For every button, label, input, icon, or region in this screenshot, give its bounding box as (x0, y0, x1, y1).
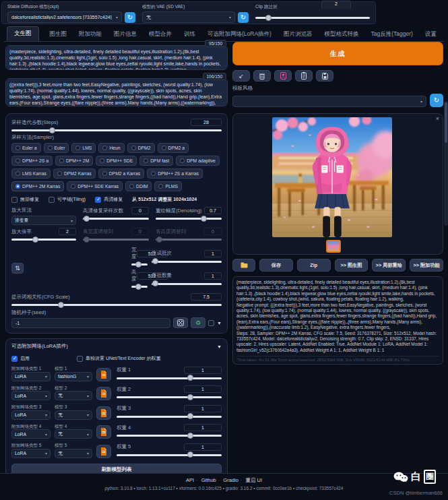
save-button[interactable]: 保存 (259, 259, 293, 272)
clear-prompt-button[interactable] (253, 70, 271, 82)
negative-prompt-input[interactable]: (((extra feet))),3 feet,more than two fe… (5, 78, 228, 106)
sampler-ddim[interactable]: DDIM (125, 181, 152, 191)
sampler-dpmpp-sde[interactable]: DPM++ SDE (96, 156, 137, 166)
vae-dropdown[interactable]: 无 ▾ (142, 11, 235, 23)
apply-style-button[interactable] (295, 70, 313, 82)
tiling-checkbox[interactable]: 可平铺(Tiling) (49, 196, 86, 203)
lora-enable-checkbox[interactable]: 启用 (11, 355, 30, 362)
swap-dimensions-button[interactable]: ⇅ (11, 263, 24, 274)
lora-weight-value[interactable]: 1 (184, 443, 222, 451)
sampler-lms[interactable]: LMS (71, 143, 96, 153)
seed-extra-checkbox[interactable] (208, 320, 214, 326)
cfg-scale-value[interactable]: 7.5 (191, 293, 222, 301)
reuse-seed-button[interactable]: ♻ (191, 317, 205, 328)
lora-model-dropdown[interactable]: fashionG▾ (55, 372, 92, 381)
api-link[interactable]: API (186, 477, 194, 483)
sampler-dpm2-a[interactable]: DPM2 a (158, 143, 189, 153)
generate-button[interactable]: 生成 (232, 42, 443, 65)
batch-count-slider[interactable] (152, 261, 222, 263)
open-folder-button[interactable] (232, 259, 255, 272)
height-slider[interactable] (131, 286, 148, 288)
lora-model-dropdown[interactable]: 无▾ (55, 410, 92, 420)
sampler-dpmpp-2s-a-karras[interactable]: DPM++ 2S a Karras (147, 168, 203, 179)
model-dropdown[interactable]: dalceforealistictallyv2.safetensors [733… (7, 11, 122, 23)
hires-steps-slider[interactable] (83, 218, 149, 220)
batch-count-value[interactable]: 1 (204, 250, 222, 257)
tab-tagger[interactable]: Tag反推(Tagger) (369, 28, 414, 41)
lora-type-dropdown[interactable]: LoRA▾ (11, 449, 51, 458)
send-to-extras-button[interactable]: >> 附加功能 (410, 259, 443, 272)
denoising-slider[interactable] (156, 218, 222, 220)
github-link[interactable]: Github (201, 477, 216, 483)
lora-weight-slider[interactable] (117, 377, 222, 379)
gradio-link[interactable]: Gradio (223, 477, 238, 483)
sampler-plms[interactable]: PLMS (154, 181, 182, 191)
lora-type-dropdown[interactable]: LoRA▾ (11, 391, 51, 400)
model-refresh-button[interactable]: ↻ (125, 12, 135, 23)
steps-slider[interactable] (11, 129, 222, 131)
gallery-thumbnail[interactable] (326, 240, 341, 253)
styles-dropdown[interactable]: ▾ (232, 96, 426, 107)
sampler-dpmpp-sde-karras[interactable]: DPM++ SDE Karras (67, 181, 123, 191)
generated-image[interactable] (272, 117, 392, 237)
hires-fix-checkbox[interactable]: 高清修复 (95, 196, 123, 203)
lora-weight-slider[interactable] (117, 454, 222, 456)
batch-size-value[interactable]: 1 (204, 272, 222, 280)
sampler-euler-a[interactable]: Euler a (11, 143, 41, 153)
lora-weight-value[interactable]: 1 (184, 424, 222, 431)
seed-collapse-caret-icon[interactable]: ▼ (217, 321, 222, 325)
sampler-dpmpp-2s-a[interactable]: DPM++ 2S a (11, 156, 53, 166)
lora-separate-weights-checkbox[interactable]: 单独设置 UNet/Text Encoder 的权重 (77, 355, 161, 362)
lora-model-file-button[interactable] (96, 368, 111, 381)
sampler-dpm2-a-karras[interactable]: DPM2 a Karras (98, 168, 144, 179)
tab-model-convert[interactable]: 模型格式转换 (323, 28, 360, 41)
lora-model-file-button[interactable] (96, 445, 111, 458)
close-icon[interactable]: × (436, 115, 439, 122)
lora-weight-slider[interactable] (117, 416, 222, 418)
batch-size-slider[interactable] (152, 283, 222, 285)
hires-steps-value[interactable]: 0 (131, 207, 149, 214)
restore-faces-checkbox[interactable]: 面部修复 (11, 196, 39, 203)
lora-model-file-button[interactable] (96, 387, 111, 400)
lora-model-dropdown[interactable]: 无▾ (55, 391, 92, 400)
sampler-dpmpp-2m-karras[interactable]: DPM++ 2M Karras (11, 181, 64, 191)
sampler-dpm-adaptive[interactable]: DPM adaptive (176, 156, 220, 166)
tab-image-browser[interactable]: 图片浏览器 (282, 28, 314, 41)
save-style-button[interactable] (316, 70, 333, 82)
prompt-input[interactable]: (masterpiece, sidelighting, ultra-detail… (5, 45, 228, 70)
zip-button[interactable]: Zip (297, 259, 331, 272)
extra-networks-button[interactable] (274, 70, 292, 82)
lora-type-dropdown[interactable]: LoRA▾ (11, 372, 51, 381)
scrollbar[interactable] (444, 101, 448, 226)
upscale-by-slider[interactable] (11, 239, 76, 241)
seed-input[interactable]: -1 (11, 318, 170, 328)
lora-type-dropdown[interactable]: LoRA▾ (11, 429, 51, 439)
sampler-dpmpp-2m[interactable]: DPM++ 2M (55, 156, 93, 166)
lora-weight-value[interactable]: 1 (184, 405, 222, 412)
send-to-inpaint-button[interactable]: >> 局部重绘 (372, 259, 406, 272)
sampler-lms-karras[interactable]: LMS Karras (11, 168, 51, 179)
sampler-euler[interactable]: Euler (44, 143, 69, 153)
lora-collapse-caret-icon[interactable]: ▼ (217, 344, 222, 349)
sampler-dpm2[interactable]: DPM2 (127, 143, 155, 153)
steps-value[interactable]: 28 (191, 119, 222, 126)
cfg-scale-slider[interactable] (11, 304, 222, 306)
lora-weight-slider[interactable] (117, 396, 222, 398)
lora-header[interactable]: 可选附加网络(LoRA插件) (11, 343, 68, 350)
paste-params-button[interactable]: ↙ (232, 70, 250, 82)
lora-type-dropdown[interactable]: LoRA▾ (11, 410, 51, 420)
sampler-heun[interactable]: Heun (98, 143, 124, 153)
random-seed-button[interactable] (173, 317, 188, 328)
sampler-dpm-fast[interactable]: DPM fast (139, 156, 173, 166)
lora-weight-slider[interactable] (117, 435, 222, 437)
upscaler-dropdown[interactable]: 潜变量▾ (11, 216, 76, 225)
restart-ui-link[interactable]: 重启 UI (245, 477, 262, 483)
vae-refresh-button[interactable]: ↻ (238, 12, 249, 23)
denoising-value[interactable]: 0.7 (204, 207, 222, 214)
lora-model-dropdown[interactable]: 无▾ (55, 429, 92, 439)
styles-refresh-button[interactable]: ↻ (430, 94, 443, 107)
lora-model-file-button[interactable] (96, 425, 111, 439)
sampler-dpm2-karras[interactable]: DPM2 Karras (53, 168, 96, 179)
send-to-img2img-button[interactable]: >> 图生图 (335, 259, 369, 272)
lora-weight-value[interactable]: 1 (184, 367, 222, 374)
